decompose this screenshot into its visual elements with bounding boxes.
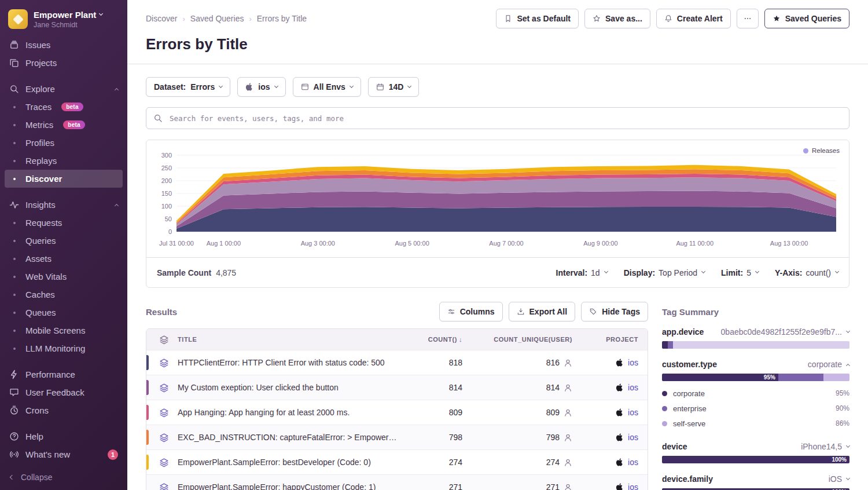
sidebar-item-assets[interactable]: Assets xyxy=(5,250,123,268)
event-title[interactable]: App Hanging: App hanging for at least 20… xyxy=(178,408,404,417)
tag-value-toggle[interactable]: iOS xyxy=(829,474,849,484)
bullet-icon xyxy=(9,276,19,278)
org-switcher[interactable]: Empower Plant Jane Schmidt xyxy=(0,7,127,35)
sidebar-item-label: Replays xyxy=(25,156,57,166)
sidebar-item-requests[interactable]: Requests xyxy=(5,214,123,232)
sidebar-section-insights[interactable]: Insights xyxy=(5,196,123,214)
environment-selector[interactable]: All Envs xyxy=(293,77,361,97)
org-name: Empower Plant xyxy=(34,10,96,20)
apple-icon xyxy=(616,408,624,416)
bar-segment xyxy=(823,374,849,381)
sidebar-item-crons[interactable]: Crons xyxy=(5,401,123,419)
tag-value-toggle[interactable]: corporate xyxy=(808,360,849,369)
sidebar-item-label: Caches xyxy=(25,290,55,299)
save-as-button[interactable]: Save as... xyxy=(584,9,650,28)
environment-value: All Envs xyxy=(314,82,345,92)
column-count[interactable]: COUNT()↓ xyxy=(404,336,468,343)
project-selector[interactable]: ios xyxy=(237,77,285,97)
count-value: 818 xyxy=(404,358,468,367)
tag-value-toggle[interactable]: iPhone14,5 xyxy=(801,442,849,451)
event-title[interactable]: HTTPClientError: HTTP Client Error with … xyxy=(178,358,404,367)
sidebar-item-discover[interactable]: Discover xyxy=(5,170,123,188)
column-count-unique-user[interactable]: COUNT_UNIQUE(USER) xyxy=(468,336,578,343)
breadcrumb-saved-queries[interactable]: Saved Queries xyxy=(190,14,244,23)
tag-distribution-bar[interactable]: 95% xyxy=(662,374,849,381)
sidebar-item-metrics[interactable]: Metricsbeta xyxy=(5,116,123,134)
breadcrumb-discover[interactable]: Discover xyxy=(146,14,177,23)
dataset-selector[interactable]: Dataset: Errors xyxy=(146,77,230,97)
create-alert-button[interactable]: Create Alert xyxy=(656,9,731,28)
tag-value-row[interactable]: self-serve86% xyxy=(662,416,849,431)
event-title[interactable]: EmpowerPlant.SampleError: happyCustomer … xyxy=(178,482,404,490)
table-row[interactable]: App Hanging: App hanging for at least 20… xyxy=(146,400,648,425)
results-heading: Results xyxy=(146,307,177,317)
sidebar-item-traces[interactable]: Tracesbeta xyxy=(5,98,123,116)
display-selector[interactable]: Display: Top Period xyxy=(624,268,705,277)
project-cell[interactable]: ios xyxy=(578,433,648,442)
chart-area[interactable]: 050100150200250300Jul 31 00:00Aug 1 00:0… xyxy=(146,140,849,257)
hide-tags-button[interactable]: Hide Tags xyxy=(581,302,648,321)
sidebar-item-queues[interactable]: Queues xyxy=(5,303,123,321)
tag-distribution-bar[interactable]: 100% xyxy=(662,456,849,463)
sidebar-item-user-feedback[interactable]: User Feedback xyxy=(5,383,123,401)
tag-summary-heading: Tag Summary xyxy=(662,307,719,317)
more-actions-button[interactable] xyxy=(737,9,759,28)
page-title: Errors by Title xyxy=(146,35,849,53)
svg-text:250: 250 xyxy=(161,164,172,171)
project-link: ios xyxy=(628,383,638,392)
tag-value-row[interactable]: enterprise90% xyxy=(662,401,849,416)
bar-segment xyxy=(668,341,674,349)
sidebar-item-what-s-new[interactable]: What's new1 xyxy=(5,445,123,463)
search-bar xyxy=(146,107,849,129)
project-cell[interactable]: ios xyxy=(578,458,648,467)
table-row[interactable]: EXC_BAD_INSTRUCTION: captureFatalError: … xyxy=(146,425,648,449)
tag-value-row[interactable]: corporate95% xyxy=(662,386,849,401)
columns-button[interactable]: Columns xyxy=(439,302,503,321)
table-row[interactable]: My Custom exeption: User clicked the but… xyxy=(146,375,648,400)
project-cell[interactable]: ios xyxy=(578,482,648,490)
sidebar-item-queries[interactable]: Queries xyxy=(5,232,123,250)
limit-selector[interactable]: Limit: 5 xyxy=(721,268,759,277)
tag-value-toggle[interactable]: 0baebc0de4982f1255f2e9e9fb7... xyxy=(721,327,849,337)
set-as-default-button[interactable]: Set as Default xyxy=(496,9,579,28)
sidebar-item-help[interactable]: Help xyxy=(5,427,123,445)
search-input[interactable] xyxy=(146,107,849,129)
event-title[interactable]: EXC_BAD_INSTRUCTION: captureFatalError: … xyxy=(178,433,404,442)
sidebar-collapse-button[interactable]: Collapse xyxy=(0,467,127,483)
sidebar-item-profiles[interactable]: Profiles xyxy=(5,134,123,152)
sidebar-item-llm-monitoring[interactable]: LLM Monitoring xyxy=(5,339,123,357)
interval-selector[interactable]: Interval: 1d xyxy=(556,268,608,277)
sidebar-item-caches[interactable]: Caches xyxy=(5,286,123,303)
saved-queries-button[interactable]: Saved Queries xyxy=(764,9,849,28)
value-percentage: 86% xyxy=(836,419,849,427)
sidebar-item-mobile-screens[interactable]: Mobile Screens xyxy=(5,321,123,339)
table-row[interactable]: HTTPClientError: HTTP Client Error with … xyxy=(146,350,648,375)
sidebar-item-performance[interactable]: Performance xyxy=(5,365,123,383)
column-title[interactable]: TITLE xyxy=(178,336,404,343)
sample-count: Sample Count 4,875 xyxy=(157,268,236,277)
column-project[interactable]: PROJECT xyxy=(578,336,648,343)
sidebar-item-replays[interactable]: Replays xyxy=(5,152,123,170)
event-title[interactable]: My Custom exeption: User clicked the but… xyxy=(178,383,404,392)
count-value: 271 xyxy=(404,482,468,490)
breadcrumb-current: Errors by Title xyxy=(257,14,307,23)
table-row[interactable]: EmpowerPlant.SampleError: happyCustomer … xyxy=(146,474,648,490)
row-color-bar xyxy=(146,355,149,370)
sidebar-item-issues[interactable]: Issues xyxy=(5,36,123,54)
project-cell[interactable]: ios xyxy=(578,358,648,367)
project-cell[interactable]: ios xyxy=(578,383,648,392)
table-header-row: TITLE COUNT()↓ COUNT_UNIQUE(USER) PROJEC… xyxy=(146,329,648,350)
tag-distribution-bar[interactable] xyxy=(662,341,849,349)
sidebar-item-label: Traces xyxy=(25,102,52,112)
table-row[interactable]: EmpowerPlant.SampleError: bestDeveloper … xyxy=(146,449,648,474)
sidebar-item-projects[interactable]: Projects xyxy=(5,54,123,72)
releases-legend[interactable]: Releases xyxy=(803,147,840,154)
row-color-bar xyxy=(146,405,149,420)
event-title[interactable]: EmpowerPlant.SampleError: bestDeveloper … xyxy=(178,458,404,467)
export-all-button[interactable]: Export All xyxy=(509,302,576,321)
sidebar-section-explore[interactable]: Explore xyxy=(5,80,123,98)
sidebar-item-web-vitals[interactable]: Web Vitals xyxy=(5,268,123,286)
y-axis-selector[interactable]: Y-Axis: count() xyxy=(775,268,838,277)
project-cell[interactable]: ios xyxy=(578,408,648,417)
date-range-selector[interactable]: 14D xyxy=(368,77,420,97)
